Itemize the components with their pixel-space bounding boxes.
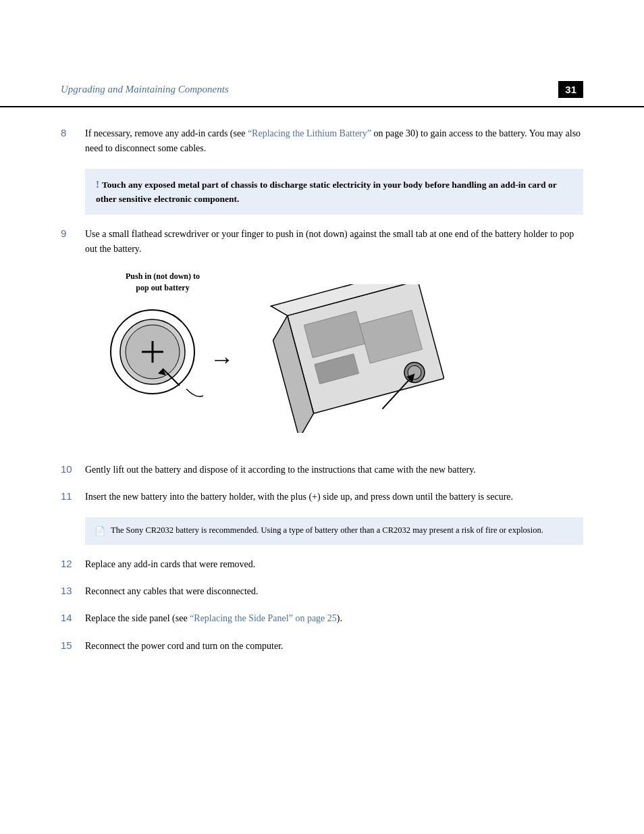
direction-arrow: → (210, 345, 234, 373)
step-text-15: Reconnect the power cord and turn on the… (85, 639, 583, 654)
step-number-14: 14 (61, 611, 85, 623)
computer-svg (261, 284, 463, 433)
step-number-10: 10 (61, 463, 85, 475)
page: Upgrading and Maintaining Components 31 … (0, 0, 644, 834)
step-number-8: 8 (61, 126, 85, 138)
step-number-13: 13 (61, 584, 85, 596)
step-9: 9 Use a small flathead screwdriver or yo… (61, 227, 583, 257)
step-10: 10 Gently lift out the battery and dispo… (61, 463, 583, 477)
step-text-13: Reconnect any cables that were disconnec… (85, 584, 583, 599)
page-number: 31 (558, 81, 583, 98)
chapter-title: Upgrading and Maintaining Components (61, 84, 229, 95)
push-label: Push in (not down) to pop out battery (126, 271, 200, 294)
side-panel-link[interactable]: “Replacing the Side Panel” on page 25 (190, 613, 337, 623)
content-area: 8 If necessary, remove any add-in cards … (0, 126, 644, 706)
step-text-10: Gently lift out the battery and dispose … (85, 463, 583, 477)
step-8: 8 If necessary, remove any add-in cards … (61, 126, 583, 157)
step-text-8: If necessary, remove any add-in cards (s… (85, 126, 583, 157)
battery-illustration: Push in (not down) to pop out battery (85, 271, 583, 446)
battery-svg (99, 291, 207, 399)
step-14-text-before: Replace the side panel (see (85, 613, 190, 623)
step-text-14: Replace the side panel (see “Replacing t… (85, 611, 583, 626)
note-box: 📄 The Sony CR2032 battery is recommended… (85, 517, 583, 545)
step-number-9: 9 (61, 227, 85, 239)
note-text: The Sony CR2032 battery is recommended. … (111, 524, 543, 537)
step-13: 13 Reconnect any cables that were discon… (61, 584, 583, 599)
caution-icon: ! (96, 179, 99, 190)
step-number-11: 11 (61, 490, 85, 502)
step-text-12: Replace any add-in cards that were remov… (85, 557, 583, 572)
push-label-line1: Push in (not down) to (126, 271, 200, 281)
step-text-11: Insert the new battery into the battery … (85, 490, 583, 504)
page-header: Upgrading and Maintaining Components 31 (0, 0, 644, 107)
step-8-text-before: If necessary, remove any add-in cards (s… (85, 128, 248, 138)
caution-box: !Touch any exposed metal part of chassis… (85, 169, 583, 215)
step-15: 15 Reconnect the power cord and turn on … (61, 639, 583, 654)
step-11: 11 Insert the new battery into the batte… (61, 490, 583, 504)
step-number-15: 15 (61, 639, 85, 651)
lithium-battery-link[interactable]: “Replacing the Lithium Battery” (248, 128, 371, 138)
step-14-text-after: ). (337, 613, 342, 623)
note-icon: 📄 (95, 525, 107, 538)
caution-text: Touch any exposed metal part of chassis … (96, 180, 556, 204)
step-text-9: Use a small flathead screwdriver or your… (85, 227, 583, 257)
step-12: 12 Replace any add-in cards that were re… (61, 557, 583, 572)
step-number-12: 12 (61, 557, 85, 569)
step-14: 14 Replace the side panel (see “Replacin… (61, 611, 583, 626)
